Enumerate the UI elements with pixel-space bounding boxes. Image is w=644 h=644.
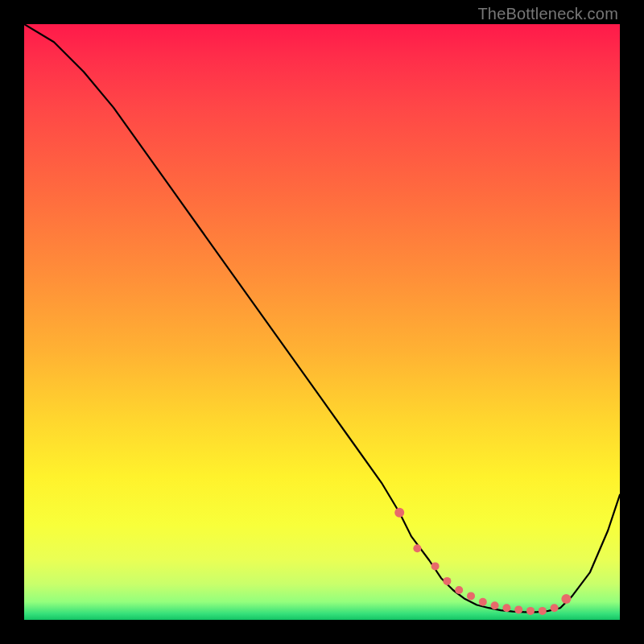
marker-point <box>413 544 421 552</box>
marker-point <box>394 508 404 518</box>
marker-point <box>526 607 535 615</box>
marker-point <box>479 598 487 606</box>
curve-svg <box>24 24 620 620</box>
marker-point <box>455 586 463 594</box>
marker-point <box>502 604 510 612</box>
plot-area <box>24 24 620 620</box>
bottleneck-curve <box>24 24 620 612</box>
marker-point <box>491 601 499 609</box>
marker-point <box>551 604 559 612</box>
highlight-markers <box>394 508 571 615</box>
marker-point <box>443 577 451 585</box>
marker-point <box>561 594 571 604</box>
marker-point <box>539 607 547 615</box>
attribution-label: TheBottleneck.com <box>477 5 618 23</box>
marker-point <box>431 562 440 570</box>
marker-point <box>514 605 522 613</box>
chart-frame: TheBottleneck.com <box>0 0 644 644</box>
marker-point <box>467 592 475 600</box>
